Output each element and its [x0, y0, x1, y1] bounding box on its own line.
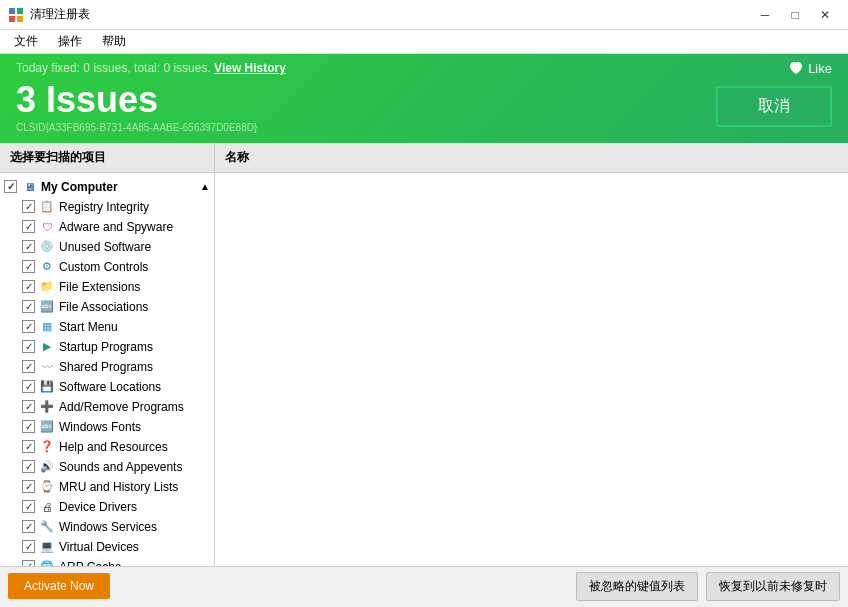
label-unused-software: Unused Software: [59, 240, 151, 254]
menubar: 文件 操作 帮助: [0, 30, 848, 54]
tree-root: 🖥 My Computer ▲ 📋 Registry Integrity 🛡 A…: [0, 173, 214, 566]
checkbox-file-extensions[interactable]: [22, 280, 35, 293]
ignored-keys-button[interactable]: 被忽略的键值列表: [576, 572, 698, 601]
icon-help-resources: ❓: [39, 439, 55, 455]
app-icon: [8, 7, 24, 23]
checkbox-mru-history[interactable]: [22, 480, 35, 493]
svg-rect-3: [17, 16, 23, 22]
checkbox-custom-controls[interactable]: [22, 260, 35, 273]
checkbox-my-computer[interactable]: [4, 180, 17, 193]
checkbox-file-associations[interactable]: [22, 300, 35, 313]
cancel-button[interactable]: 取消: [716, 86, 832, 127]
tree-item-windows-fonts[interactable]: 🔤 Windows Fonts: [0, 417, 214, 437]
tree-item-add-remove[interactable]: ➕ Add/Remove Programs: [0, 397, 214, 417]
icon-arp-cache: 🌐: [39, 559, 55, 566]
window-title: 清理注册表: [30, 6, 750, 23]
tree-item-device-drivers[interactable]: 🖨 Device Drivers: [0, 497, 214, 517]
banner-fixed-text: Today fixed: 0 issues, total: 0 issues. …: [16, 61, 286, 75]
icon-unused-software: 💿: [39, 239, 55, 255]
restore-button[interactable]: 恢复到以前未修复时: [706, 572, 840, 601]
menu-help[interactable]: 帮助: [92, 30, 136, 53]
label-file-associations: File Associations: [59, 300, 148, 314]
tree-item-mru-history[interactable]: ⌚ MRU and History Lists: [0, 477, 214, 497]
view-history-link[interactable]: View History: [214, 61, 286, 75]
tree-item-startup-programs[interactable]: ▶ Startup Programs: [0, 337, 214, 357]
checkbox-windows-fonts[interactable]: [22, 420, 35, 433]
label-shared-programs: Shared Programs: [59, 360, 153, 374]
label-registry-integrity: Registry Integrity: [59, 200, 149, 214]
label-help-resources: Help and Resources: [59, 440, 168, 454]
checkbox-start-menu[interactable]: [22, 320, 35, 333]
like-button[interactable]: Like: [788, 60, 832, 76]
close-button[interactable]: ✕: [810, 0, 840, 30]
label-arp-cache: ARP Cache: [59, 560, 121, 566]
expand-icon: ▲: [200, 181, 210, 192]
label-software-locations: Software Locations: [59, 380, 161, 394]
tree-item-software-locations[interactable]: 💾 Software Locations: [0, 377, 214, 397]
tree-item-arp-cache[interactable]: 🌐 ARP Cache: [0, 557, 214, 566]
menu-file[interactable]: 文件: [4, 30, 48, 53]
icon-file-associations: 🔤: [39, 299, 55, 315]
icon-shared-programs: 〰: [39, 359, 55, 375]
window-controls: ─ □ ✕: [750, 0, 840, 30]
tree-container[interactable]: 🖥 My Computer ▲ 📋 Registry Integrity 🛡 A…: [0, 173, 214, 566]
main-area: 选择要扫描的项目 🖥 My Computer ▲ 📋 Registry Inte…: [0, 143, 848, 566]
label-sounds: Sounds and Appevents: [59, 460, 182, 474]
left-panel-header: 选择要扫描的项目: [0, 143, 214, 173]
checkbox-windows-services[interactable]: [22, 520, 35, 533]
icon-add-remove: ➕: [39, 399, 55, 415]
tree-item-my-computer[interactable]: 🖥 My Computer ▲: [0, 177, 214, 197]
maximize-button[interactable]: □: [780, 0, 810, 30]
label-virtual-devices: Virtual Devices: [59, 540, 139, 554]
icon-start-menu: ▦: [39, 319, 55, 335]
icon-registry: 📋: [39, 199, 55, 215]
banner: Today fixed: 0 issues, total: 0 issues. …: [0, 54, 848, 143]
menu-operate[interactable]: 操作: [48, 30, 92, 53]
checkbox-startup-programs[interactable]: [22, 340, 35, 353]
checkbox-unused-software[interactable]: [22, 240, 35, 253]
tree-item-custom-controls[interactable]: ⚙ Custom Controls: [0, 257, 214, 277]
checkbox-arp-cache[interactable]: [22, 560, 35, 566]
checkbox-help-resources[interactable]: [22, 440, 35, 453]
icon-adware: 🛡: [39, 219, 55, 235]
tree-item-windows-services[interactable]: 🔧 Windows Services: [0, 517, 214, 537]
titlebar: 清理注册表 ─ □ ✕: [0, 0, 848, 30]
label-add-remove: Add/Remove Programs: [59, 400, 184, 414]
tree-item-adware[interactable]: 🛡 Adware and Spyware: [0, 217, 214, 237]
issues-count: 3 Issues: [16, 80, 257, 120]
checkbox-shared-programs[interactable]: [22, 360, 35, 373]
tree-item-help-resources[interactable]: ❓ Help and Resources: [0, 437, 214, 457]
checkbox-virtual-devices[interactable]: [22, 540, 35, 553]
checkbox-add-remove[interactable]: [22, 400, 35, 413]
tree-item-sounds[interactable]: 🔊 Sounds and Appevents: [0, 457, 214, 477]
tree-item-file-associations[interactable]: 🔤 File Associations: [0, 297, 214, 317]
right-content: [215, 173, 848, 566]
activate-button[interactable]: Activate Now: [8, 573, 110, 599]
icon-sounds: 🔊: [39, 459, 55, 475]
checkbox-adware[interactable]: [22, 220, 35, 233]
label-device-drivers: Device Drivers: [59, 500, 137, 514]
label-custom-controls: Custom Controls: [59, 260, 148, 274]
tree-item-unused-software[interactable]: 💿 Unused Software: [0, 237, 214, 257]
icon-windows-fonts: 🔤: [39, 419, 55, 435]
left-panel: 选择要扫描的项目 🖥 My Computer ▲ 📋 Registry Inte…: [0, 143, 215, 566]
label-file-extensions: File Extensions: [59, 280, 140, 294]
tree-item-registry-integrity[interactable]: 📋 Registry Integrity: [0, 197, 214, 217]
label-my-computer: My Computer: [41, 180, 118, 194]
icon-software-locations: 💾: [39, 379, 55, 395]
checkbox-registry[interactable]: [22, 200, 35, 213]
checkbox-sounds[interactable]: [22, 460, 35, 473]
tree-item-file-extensions[interactable]: 📁 File Extensions: [0, 277, 214, 297]
icon-file-extensions: 📁: [39, 279, 55, 295]
tree-item-virtual-devices[interactable]: 💻 Virtual Devices: [0, 537, 214, 557]
tree-item-start-menu[interactable]: ▦ Start Menu: [0, 317, 214, 337]
label-start-menu: Start Menu: [59, 320, 118, 334]
tree-item-shared-programs[interactable]: 〰 Shared Programs: [0, 357, 214, 377]
checkbox-device-drivers[interactable]: [22, 500, 35, 513]
bottom-right-buttons: 被忽略的键值列表 恢复到以前未修复时: [576, 572, 840, 601]
icon-device-drivers: 🖨: [39, 499, 55, 515]
checkbox-software-locations[interactable]: [22, 380, 35, 393]
label-mru-history: MRU and History Lists: [59, 480, 178, 494]
minimize-button[interactable]: ─: [750, 0, 780, 30]
banner-clsid: CLSID{A33FB695-B731-4A85-AABE-656397D0E8…: [16, 122, 257, 133]
